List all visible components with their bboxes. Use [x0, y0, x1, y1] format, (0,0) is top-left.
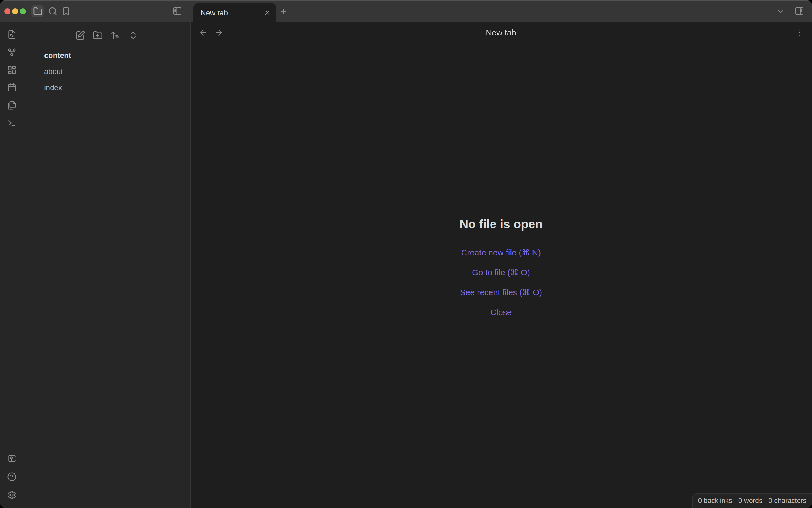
tab-list-dropdown-button[interactable] — [776, 7, 784, 15]
open-terminal-button[interactable] — [7, 118, 17, 128]
graph-icon — [7, 47, 16, 57]
file-item-about[interactable]: about — [24, 64, 190, 80]
tab-new-tab[interactable]: New tab — [193, 3, 276, 22]
character-count: 0 characters — [768, 497, 807, 505]
chevron-down-icon — [776, 7, 784, 15]
folder-name: content — [44, 51, 71, 60]
file-search-icon — [7, 30, 16, 39]
tab-title: New tab — [200, 9, 264, 17]
titlebar: New tab — [0, 0, 812, 22]
open-daily-note-button[interactable] — [7, 82, 17, 92]
editor-pane: New tab No file is open Create new file … — [190, 22, 812, 508]
file-item-index[interactable]: index — [24, 80, 190, 96]
file-explorer-sidebar: content about index — [24, 22, 190, 508]
new-folder-button[interactable] — [93, 30, 103, 40]
open-canvas-button[interactable] — [7, 65, 17, 75]
zoom-window-button[interactable] — [20, 8, 26, 14]
navigate-back-button[interactable] — [199, 28, 208, 37]
toggle-right-sidebar-button[interactable] — [794, 6, 804, 16]
folder-icon — [33, 6, 42, 16]
backlinks-count[interactable]: 0 backlinks — [698, 497, 732, 505]
open-graph-view-button[interactable] — [7, 47, 17, 57]
go-to-file-link[interactable]: Go to file (⌘ O) — [472, 265, 530, 280]
calendar-icon — [7, 83, 16, 92]
terminal-icon — [7, 118, 16, 127]
collapse-all-icon — [128, 30, 138, 40]
open-settings-button[interactable] — [7, 490, 17, 500]
settings-icon — [7, 490, 16, 499]
vault-icon — [7, 454, 16, 463]
plus-icon — [279, 7, 288, 15]
file-name: index — [44, 83, 62, 92]
navigate-forward-button[interactable] — [214, 28, 223, 37]
close-window-button[interactable] — [4, 8, 10, 14]
files-tab-button[interactable] — [32, 5, 44, 17]
word-count: 0 words — [738, 497, 763, 505]
files-icon — [7, 100, 16, 110]
arrow-right-icon — [214, 28, 223, 37]
new-note-icon — [75, 30, 85, 40]
help-icon — [7, 472, 16, 481]
empty-state: No file is open Create new file (⌘ N) Go… — [190, 43, 812, 496]
folder-item-content[interactable]: content — [24, 47, 190, 64]
panel-right-icon — [794, 6, 804, 16]
new-tab-button[interactable] — [277, 5, 289, 17]
sort-order-button[interactable] — [110, 30, 121, 40]
sidebar-resize-handle[interactable] — [190, 22, 191, 508]
bookmark-icon — [61, 6, 70, 16]
insert-template-button[interactable] — [7, 100, 17, 110]
open-help-button[interactable] — [7, 471, 17, 481]
search-icon — [48, 6, 57, 16]
view-header: New tab — [190, 22, 812, 43]
file-tree: content about index — [24, 47, 190, 96]
more-options-icon — [796, 28, 804, 37]
search-tab-button[interactable] — [46, 5, 58, 17]
empty-state-heading: No file is open — [460, 217, 543, 231]
minimize-window-button[interactable] — [12, 8, 18, 14]
sort-order-icon — [110, 30, 121, 40]
bookmarks-tab-button[interactable] — [60, 5, 72, 17]
see-recent-files-link[interactable]: See recent files (⌘ O) — [460, 285, 542, 299]
x-icon[interactable] — [264, 9, 271, 16]
traffic-lights — [4, 8, 26, 14]
panel-left-icon — [172, 6, 182, 16]
create-new-file-link[interactable]: Create new file (⌘ N) — [461, 245, 541, 259]
more-options-button[interactable] — [796, 28, 804, 37]
file-explorer-toolbar — [24, 22, 190, 46]
file-name: about — [44, 68, 63, 76]
view-title: New tab — [190, 22, 812, 43]
collapse-all-button[interactable] — [128, 30, 138, 40]
arrow-left-icon — [199, 28, 208, 37]
obsidian-window: New tab — [0, 0, 812, 508]
dashboard-icon — [7, 65, 16, 74]
open-quick-switcher-button[interactable] — [7, 29, 17, 39]
ribbon — [0, 22, 24, 508]
new-note-button[interactable] — [75, 30, 85, 40]
status-bar: 0 backlinks 0 words 0 characters — [692, 493, 812, 508]
open-vault-button[interactable] — [7, 453, 17, 463]
new-folder-icon — [93, 30, 103, 40]
close-link[interactable]: Close — [490, 305, 512, 319]
toggle-left-sidebar-button[interactable] — [171, 5, 183, 17]
